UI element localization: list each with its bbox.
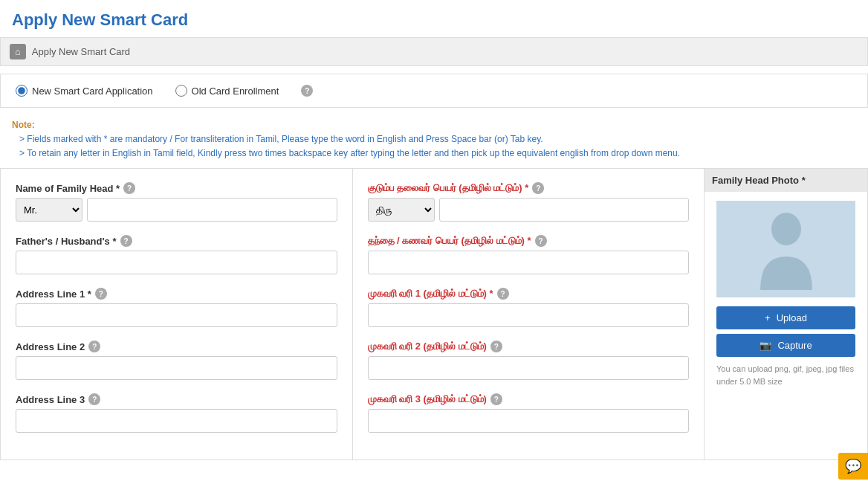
upload-button[interactable]: + Upload (716, 306, 855, 329)
note-title: Note: (12, 120, 856, 130)
address-line2-label: Address Line 2 ? (16, 341, 337, 352)
home-icon[interactable]: ⌂ (10, 44, 26, 59)
addr3-tamil-group: முகவரி வரி 3 (தமிழில் மட்டும்) ? (368, 393, 690, 433)
breadcrumb: ⌂ Apply New Smart Card (0, 37, 868, 66)
tamil-title-select[interactable]: திரு திருமதி செல்வி (368, 198, 435, 222)
name-family-head-label: Name of Family Head * ? (16, 182, 337, 194)
addr2-tamil-label: முகவரி வரி 2 (தமிழில் மட்டும்) ? (368, 341, 690, 352)
tamil-name-help-icon[interactable]: ? (532, 182, 544, 194)
note-line1: > Fields marked with * are mandatory / F… (19, 132, 856, 146)
form-right-column: குடும்ப தலைவர் பெயர் (தமிழில் மட்டும்) *… (353, 168, 705, 460)
addr3-tamil-help-icon[interactable]: ? (490, 393, 502, 405)
note-line2: > To retain any letter in English in Tam… (19, 146, 856, 161)
form-left-column: Name of Family Head * ? Mr. Mrs. Ms. Dr.… (0, 168, 353, 460)
fathers-husbands-input[interactable] (16, 251, 337, 274)
father-tamil-input[interactable] (368, 251, 690, 274)
address-line2-group: Address Line 2 ? (16, 341, 337, 380)
addr3-tamil-input[interactable] (368, 409, 690, 433)
addr1-tamil-input[interactable] (368, 303, 690, 327)
name-family-head-input[interactable] (87, 198, 337, 222)
name-help-icon[interactable]: ? (123, 182, 135, 194)
page-title: Apply New Smart Card (0, 0, 868, 37)
capture-button[interactable]: 📷 Capture (716, 334, 855, 357)
new-smart-card-option[interactable]: New Smart Card Application (16, 85, 153, 97)
radio-help-icon[interactable]: ? (301, 85, 313, 97)
photo-section-title: Family Head Photo * (705, 169, 867, 192)
upload-label: Upload (777, 312, 807, 323)
addr1-tamil-label: முகவரி வரி 1 (தமிழில் மட்டும்) * ? (368, 288, 690, 300)
old-card-enrollment-option[interactable]: Old Card Enrollment (175, 85, 279, 97)
upload-plus-icon: + (765, 312, 771, 323)
father-tamil-help-icon[interactable]: ? (535, 235, 547, 247)
name-title-select[interactable]: Mr. Mrs. Ms. Dr. (16, 198, 82, 222)
new-smart-card-label: New Smart Card Application (32, 86, 153, 97)
father-tamil-group: தந்தை / கணவர் பெயர் (தமிழில் மட்டும்) * … (368, 235, 690, 274)
addr2-tamil-group: முகவரி வரி 2 (தமிழில் மட்டும்) ? (368, 341, 690, 380)
photo-note: You can upload png, gif, jpeg, jpg files… (716, 363, 855, 387)
silhouette-icon (757, 208, 816, 290)
svg-point-0 (771, 213, 801, 245)
address-line3-label: Address Line 3 ? (16, 393, 337, 405)
address1-help-icon[interactable]: ? (95, 288, 107, 300)
old-card-enrollment-label: Old Card Enrollment (192, 86, 279, 97)
addr1-tamil-help-icon[interactable]: ? (497, 288, 509, 300)
application-type-section: New Smart Card Application Old Card Enro… (0, 74, 868, 108)
chat-icon: 💬 (845, 458, 861, 460)
address-line3-input[interactable] (16, 409, 337, 433)
photo-placeholder (716, 201, 855, 297)
tamil-name-group: குடும்ப தலைவர் பெயர் (தமிழில் மட்டும்) *… (368, 182, 690, 222)
chat-bubble[interactable]: 💬 (838, 453, 868, 460)
address2-help-icon[interactable]: ? (88, 341, 100, 352)
addr2-tamil-input[interactable] (368, 356, 690, 380)
address-line1-label: Address Line 1 * ? (16, 288, 337, 300)
fathers-help-icon[interactable]: ? (120, 235, 132, 247)
address-line1-group: Address Line 1 * ? (16, 288, 337, 327)
fathers-husbands-group: Father's / Husband's * ? (16, 235, 337, 274)
breadcrumb-label: Apply New Smart Card (32, 46, 130, 57)
photo-column: Family Head Photo * + Upload 📷 Capture Y… (705, 168, 868, 460)
addr3-tamil-label: முகவரி வரி 3 (தமிழில் மட்டும்) ? (368, 393, 690, 405)
tamil-name-input[interactable] (439, 198, 690, 222)
address-line3-group: Address Line 3 ? (16, 393, 337, 433)
addr1-tamil-group: முகவரி வரி 1 (தமிழில் மட்டும்) * ? (368, 288, 690, 327)
father-tamil-label: தந்தை / கணவர் பெயர் (தமிழில் மட்டும்) * … (368, 235, 690, 247)
address-line1-input[interactable] (16, 303, 337, 327)
addr2-tamil-help-icon[interactable]: ? (490, 341, 502, 352)
camera-icon: 📷 (760, 340, 771, 351)
name-family-head-group: Name of Family Head * ? Mr. Mrs. Ms. Dr. (16, 182, 337, 222)
capture-label: Capture (777, 340, 812, 351)
note-section: Note: > Fields marked with * are mandato… (0, 115, 868, 168)
address3-help-icon[interactable]: ? (88, 393, 100, 405)
tamil-name-label: குடும்ப தலைவர் பெயர் (தமிழில் மட்டும்) *… (368, 182, 690, 194)
fathers-husbands-label: Father's / Husband's * ? (16, 235, 337, 247)
address-line2-input[interactable] (16, 356, 337, 380)
